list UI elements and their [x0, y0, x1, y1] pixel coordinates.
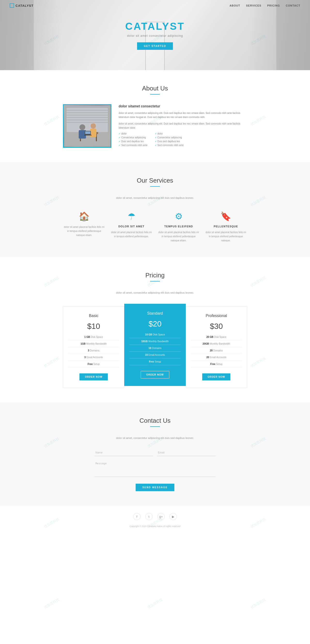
youtube-icon[interactable]: ▶: [170, 513, 177, 520]
pricing-subtitle: dolor sit amet, consectetur adipiscing e…: [10, 291, 300, 294]
services-grid: 🏠 dolor sit amet placerat facilisis feli…: [63, 211, 247, 242]
plan-feature: 20 Domains: [191, 349, 242, 354]
service-desc-0: dolor sit amet placerat facilisis felis …: [63, 225, 105, 237]
about-text-block: dolor sitamet consectetur dolor sit amet…: [119, 104, 247, 148]
list-item: Sed commodo nibh ante: [155, 144, 184, 146]
footer-copyright: Copyright © 2019 Company name All rights…: [10, 525, 300, 528]
about-content: dolor sitamet consectetur dolor sit amet…: [63, 104, 247, 148]
about-section: About Us: [0, 70, 310, 162]
about-title-line: [150, 94, 160, 94]
service-icon-3: 🔖: [205, 211, 247, 222]
list-item: Sed commodo nibh ante: [119, 144, 147, 146]
plan-features: 20 GB Disk Space20GB Monthly Bandwidth20…: [191, 336, 242, 368]
list-item: dolor: [155, 132, 184, 135]
about-para-1: dolor sit amet, consectetur adipiscing e…: [119, 111, 247, 119]
plan-price: $30: [191, 322, 242, 331]
twitter-icon[interactable]: t: [145, 513, 152, 520]
service-item: ☂ DOLOR SIT AMET dolor sit amet placerat…: [110, 211, 152, 242]
list-item: Duis sed dapibus leo: [155, 140, 184, 143]
list-item: dolor: [119, 132, 147, 135]
order-now-button[interactable]: ORDER NOW: [79, 374, 107, 380]
services-section: Our Services dolor sit amet, consectetur…: [0, 162, 310, 257]
pricing-title-line: [150, 281, 160, 282]
get-started-button[interactable]: GET STARTED: [137, 42, 173, 50]
services-title: Our Services: [10, 177, 300, 184]
svg-rect-14: [90, 129, 96, 137]
nav-about[interactable]: ABOUT: [230, 4, 240, 7]
logo-icon: [10, 4, 14, 8]
plan-feature: 1 GB Disk Space: [68, 336, 119, 340]
plan-feature: 10 Email Accounts: [129, 354, 181, 358]
svg-rect-17: [84, 135, 92, 136]
plan-price: $20: [129, 320, 181, 328]
logo-text: CATALYST: [16, 4, 33, 8]
form-row-name-email: [94, 449, 216, 456]
plan-feature: 10 Domains: [129, 347, 181, 352]
service-desc-1: dolor sit amet placerat facilisis felis …: [110, 230, 152, 238]
plan-feature: 3 Email Accounts: [68, 356, 119, 361]
contact-form: SEND MESSAGE: [94, 449, 216, 491]
nav-contact[interactable]: CONTACT: [286, 4, 300, 7]
hero-subtitle: dolor sit amet consectetur adipiscing: [125, 34, 185, 38]
plan-feature: 20 Email Accounts: [191, 356, 242, 361]
nav-pricing[interactable]: PRICING: [267, 4, 280, 7]
about-image-inner: [64, 105, 111, 147]
services-title-line: [150, 186, 160, 187]
about-list-right: dolorConsectetur adipiscingDuis sed dapi…: [155, 132, 184, 148]
service-icon-0: 🏠: [63, 211, 105, 222]
plan-features: 1 GB Disk Space1GB Monthly Bandwidth3 Do…: [68, 336, 119, 368]
service-icon-1: ☂: [110, 211, 152, 222]
google-plus-icon[interactable]: g+: [158, 513, 165, 520]
service-name-2: TEMPUS ELEIFEND: [158, 225, 200, 228]
service-item: ⚙ TEMPUS ELEIFEND dolor sit amet placera…: [158, 211, 200, 242]
pricing-section: Pricing dolor sit amet, consectetur adip…: [0, 257, 310, 402]
list-item: Duis sed dapibus leo: [119, 140, 147, 143]
nav-links: ABOUT SERVICES PRICING CONTACT: [230, 4, 300, 7]
about-title: About Us: [10, 85, 300, 92]
service-item: 🏠 dolor sit amet placerat facilisis feli…: [63, 211, 105, 242]
contact-title-line: [150, 426, 160, 427]
about-content-title: dolor sitamet consectetur: [119, 104, 247, 108]
about-para-2: dolor sit amet, consectetur adipiscing e…: [119, 122, 247, 130]
plan-feature: 3 Domains: [68, 349, 119, 354]
nav-services[interactable]: SERVICES: [246, 4, 261, 7]
contact-title: Contact Us: [10, 417, 300, 424]
service-name-1: DOLOR SIT AMET: [110, 225, 152, 228]
plan-feature: Free Setup: [68, 363, 119, 368]
service-desc-2: dolor sit amet placerat facilisis felis …: [158, 230, 200, 242]
list-item: Consectetur adipiscing: [119, 136, 147, 139]
plan-feature: 10GB Monthly Bandwidth: [129, 340, 181, 345]
about-image: [63, 104, 111, 148]
facebook-icon[interactable]: f: [133, 513, 140, 520]
pricing-card-professional: Professional $30 20 GB Disk Space20GB Mo…: [186, 306, 247, 388]
about-lists: dolorConsectetur adipiscingDuis sed dapi…: [119, 132, 247, 148]
plan-feature: 20 GB Disk Space: [191, 336, 242, 340]
send-message-button[interactable]: SEND MESSAGE: [136, 484, 175, 491]
plan-name: Professional: [191, 314, 242, 318]
pricing-title: Pricing: [10, 272, 300, 279]
service-desc-3: dolor sit amet placerat facilisis felis …: [205, 230, 247, 242]
svg-rect-16: [85, 131, 90, 134]
order-now-button[interactable]: ORDER NOW: [141, 371, 169, 378]
footer: f t g+ ▶ Copyright © 2019 Company name A…: [0, 506, 310, 535]
hero-content: CATALYST dolor sit amet consectetur adip…: [125, 20, 185, 50]
pricing-grid: Basic $10 1 GB Disk Space1GB Monthly Ban…: [63, 306, 247, 388]
plan-feature: 1GB Monthly Bandwidth: [68, 342, 119, 347]
plan-feature: Free Setup: [191, 363, 242, 368]
plan-feature: 20GB Monthly Bandwidth: [191, 342, 242, 347]
name-input[interactable]: [94, 449, 153, 456]
order-now-button[interactable]: ORDER NOW: [202, 374, 230, 380]
email-input[interactable]: [157, 449, 216, 456]
service-icon-2: ⚙: [158, 211, 200, 222]
social-icons: f t g+ ▶: [10, 513, 300, 520]
plan-feature: Free Setup: [129, 360, 181, 365]
plan-name: Standard: [129, 311, 181, 316]
navbar: CATALYST ABOUT SERVICES PRICING CONTACT: [0, 0, 310, 11]
list-item: Consectetur adipiscing: [155, 136, 184, 139]
plan-price: $10: [68, 322, 119, 331]
message-input[interactable]: [94, 460, 216, 477]
pricing-card-basic: Basic $10 1 GB Disk Space1GB Monthly Ban…: [63, 306, 124, 388]
service-item: 🔖 PELLENTESQUE dolor sit amet placerat f…: [205, 211, 247, 242]
svg-point-13: [91, 123, 96, 129]
hero-title: CATALYST: [125, 20, 185, 32]
